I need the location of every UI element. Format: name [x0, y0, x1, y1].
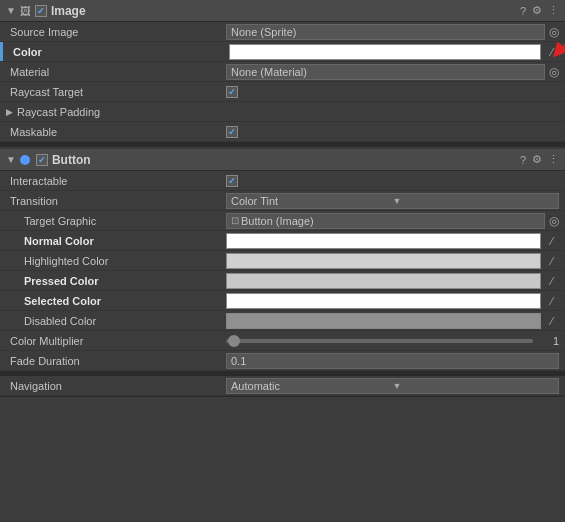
target-graphic-circle-icon[interactable]: ◎: [549, 214, 559, 228]
raycast-target-checkbox[interactable]: ✓: [226, 86, 238, 98]
fade-duration-field[interactable]: 0.1: [226, 353, 559, 369]
material-target-icon[interactable]: ◎: [549, 65, 559, 79]
interactable-checkbox[interactable]: ✓: [226, 175, 238, 187]
normal-color-row: Normal Color ⁄: [0, 231, 565, 251]
target-graphic-field[interactable]: ⊡ Button (Image): [226, 213, 545, 229]
pressed-color-row: Pressed Color ⁄: [0, 271, 565, 291]
navigation-section: Navigation Automatic ▼: [0, 376, 565, 397]
button-section-dot: [20, 155, 30, 165]
normal-color-swatch[interactable]: [226, 233, 541, 249]
navigation-row: Navigation Automatic ▼: [0, 376, 565, 396]
highlighted-color-row: Highlighted Color ⁄: [0, 251, 565, 271]
source-image-target-icon[interactable]: ◎: [549, 25, 559, 39]
disabled-color-picker-icon[interactable]: ⁄: [545, 315, 559, 327]
interactable-label: Interactable: [6, 175, 226, 187]
normal-color-picker-icon[interactable]: ⁄: [545, 235, 559, 247]
image-menu-icon[interactable]: ⋮: [548, 4, 559, 17]
selected-color-swatch[interactable]: [226, 293, 541, 309]
button-enabled-checkbox[interactable]: ✓: [36, 154, 48, 166]
target-graphic-label: Target Graphic: [6, 215, 226, 227]
pressed-color-picker-icon[interactable]: ⁄: [545, 275, 559, 287]
image-section-title: Image: [51, 4, 516, 18]
interactable-row: Interactable ✓: [0, 171, 565, 191]
interactable-value: ✓: [226, 175, 559, 187]
color-multiplier-value: 1: [226, 335, 559, 347]
selected-color-label: Selected Color: [6, 295, 226, 307]
raycast-padding-row: ▶ Raycast Padding: [0, 102, 565, 122]
highlighted-color-swatch[interactable]: [226, 253, 541, 269]
navigation-dropdown-arrow: ▼: [393, 381, 555, 391]
color-picker-icon[interactable]: ⁄: [545, 46, 559, 58]
source-image-row: Source Image None (Sprite) ◎: [0, 22, 565, 42]
raycast-target-label: Raycast Target: [6, 86, 226, 98]
image-section-icon: 🖼: [20, 5, 31, 17]
disabled-color-label: Disabled Color: [6, 315, 226, 327]
button-menu-icon[interactable]: ⋮: [548, 153, 559, 166]
fade-duration-value: 0.1: [226, 353, 559, 369]
button-section-header: ▼ ✓ Button ? ⚙ ⋮: [0, 149, 565, 171]
maskable-checkbox[interactable]: ✓: [226, 126, 238, 138]
color-row: Color ⁄ 错误的设置: [0, 42, 565, 62]
color-label: Color: [9, 46, 229, 58]
color-multiplier-thumb[interactable]: [228, 335, 240, 347]
color-multiplier-track[interactable]: [226, 339, 533, 343]
transition-dropdown[interactable]: Color Tint ▼: [226, 193, 559, 209]
fade-duration-row: Fade Duration 0.1: [0, 351, 565, 371]
highlighted-color-value: ⁄: [226, 253, 559, 269]
color-multiplier-label: Color Multiplier: [6, 335, 226, 347]
target-graphic-row: Target Graphic ⊡ Button (Image) ◎: [0, 211, 565, 231]
color-accent-bar: [0, 42, 3, 61]
button-help-icon[interactable]: ?: [520, 154, 526, 166]
transition-label: Transition: [6, 195, 226, 207]
pressed-color-swatch[interactable]: [226, 273, 541, 289]
highlighted-color-label: Highlighted Color: [6, 255, 226, 267]
highlighted-color-picker-icon[interactable]: ⁄: [545, 255, 559, 267]
section-divider: [0, 143, 565, 147]
navigation-dropdown[interactable]: Automatic ▼: [226, 378, 559, 394]
button-collapse-arrow[interactable]: ▼: [6, 154, 16, 165]
source-image-value: None (Sprite) ◎: [226, 24, 559, 40]
selected-color-picker-icon[interactable]: ⁄: [545, 295, 559, 307]
target-graphic-value: ⊡ Button (Image) ◎: [226, 213, 559, 229]
target-graphic-img-icon: ⊡: [231, 215, 239, 226]
selected-color-value: ⁄: [226, 293, 559, 309]
color-multiplier-row: Color Multiplier 1: [0, 331, 565, 351]
color-multiplier-number: 1: [539, 335, 559, 347]
color-value: ⁄ 错误的设置: [229, 44, 559, 60]
pressed-color-value: ⁄: [226, 273, 559, 289]
navigation-label: Navigation: [6, 380, 226, 392]
maskable-value: ✓: [226, 126, 559, 138]
material-row: Material None (Material) ◎: [0, 62, 565, 82]
raycast-target-row: Raycast Target ✓: [0, 82, 565, 102]
image-collapse-arrow[interactable]: ▼: [6, 5, 16, 16]
raycast-padding-expand[interactable]: ▶: [6, 107, 13, 117]
source-image-field[interactable]: None (Sprite): [226, 24, 545, 40]
transition-value: Color Tint ▼: [226, 193, 559, 209]
normal-color-value: ⁄: [226, 233, 559, 249]
normal-color-label: Normal Color: [6, 235, 226, 247]
raycast-target-value: ✓: [226, 86, 559, 98]
button-settings-icon[interactable]: ⚙: [532, 153, 542, 166]
maskable-row: Maskable ✓: [0, 122, 565, 142]
button-section: ▼ ✓ Button ? ⚙ ⋮ Interactable ✓ Transiti…: [0, 149, 565, 372]
selected-color-row: Selected Color ⁄: [0, 291, 565, 311]
pressed-color-label: Pressed Color: [6, 275, 226, 287]
raycast-padding-label: Raycast Padding: [17, 106, 237, 118]
material-value: None (Material) ◎: [226, 64, 559, 80]
source-image-label: Source Image: [6, 26, 226, 38]
disabled-color-value: ⁄: [226, 313, 559, 329]
image-section-icons: ? ⚙ ⋮: [520, 4, 559, 17]
disabled-color-row: Disabled Color ⁄: [0, 311, 565, 331]
material-label: Material: [6, 66, 226, 78]
transition-dropdown-arrow: ▼: [393, 196, 555, 206]
button-section-icons: ? ⚙ ⋮: [520, 153, 559, 166]
image-enabled-checkbox[interactable]: ✓: [35, 5, 47, 17]
image-settings-icon[interactable]: ⚙: [532, 4, 542, 17]
button-section-title: Button: [52, 153, 516, 167]
fade-duration-label: Fade Duration: [6, 355, 226, 367]
image-section-header: ▼ 🖼 ✓ Image ? ⚙ ⋮: [0, 0, 565, 22]
image-help-icon[interactable]: ?: [520, 5, 526, 17]
color-field[interactable]: [229, 44, 541, 60]
disabled-color-swatch[interactable]: [226, 313, 541, 329]
material-field[interactable]: None (Material): [226, 64, 545, 80]
